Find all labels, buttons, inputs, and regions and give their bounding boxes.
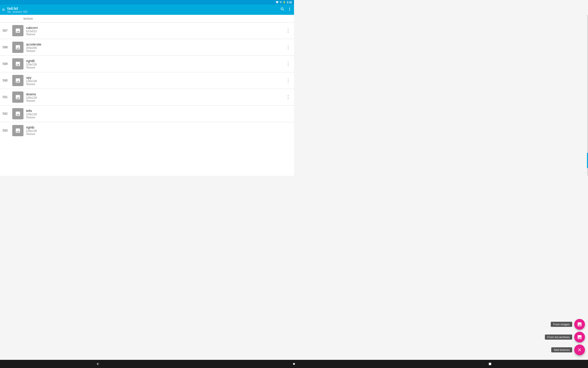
row-info: cabcorn 512x512 Texture bbox=[26, 26, 285, 36]
texture-name: cabcorn bbox=[26, 26, 285, 30]
texture-type: Texture bbox=[26, 132, 285, 135]
texture-dims: 128x128 bbox=[26, 79, 285, 83]
row-info: rightB 128x128 Texture bbox=[26, 59, 285, 69]
texture-type: Texture bbox=[26, 33, 285, 36]
texture-thumbnail bbox=[12, 91, 23, 103]
texture-type: Texture bbox=[26, 66, 285, 69]
app-bar: ≡ txd.txt SA , textures: 593 bbox=[0, 5, 294, 15]
status-bar: 🔋 5:32 bbox=[0, 0, 294, 5]
more-icon[interactable] bbox=[287, 7, 292, 13]
app-subtitle: SA , textures: 593 bbox=[7, 10, 280, 13]
row-more-icon[interactable]: ⋮ bbox=[285, 60, 291, 68]
texture-name: downa bbox=[26, 92, 285, 96]
row-info: accelerate 256x256 Texture bbox=[26, 42, 285, 52]
row-index: 589 bbox=[3, 62, 10, 66]
texture-thumbnail bbox=[12, 25, 23, 36]
title-block: txd.txt SA , textures: 593 bbox=[7, 6, 280, 13]
row-index: 593 bbox=[3, 129, 10, 132]
row-index: 588 bbox=[3, 45, 10, 49]
texture-type: Texture bbox=[26, 116, 285, 119]
texture-dims: 128x128 bbox=[26, 63, 285, 66]
row-info: upy 128x128 Texture bbox=[26, 76, 285, 86]
battery-icon: 🔋 bbox=[283, 1, 286, 4]
table-row: 593 rightb 128x128 Texture ⋮ bbox=[0, 122, 294, 139]
texture-thumbnail bbox=[12, 75, 23, 86]
search-icon[interactable] bbox=[280, 7, 285, 13]
menu-icon[interactable]: ≡ bbox=[2, 7, 5, 13]
texture-name: leftx bbox=[26, 109, 285, 113]
row-index: 590 bbox=[3, 79, 10, 82]
table-row: 591 downa 128x128 Texture ⋮ bbox=[0, 89, 294, 106]
row-info: leftx 128x128 Texture bbox=[26, 109, 285, 119]
table-row: 587 cabcorn 512x512 Texture ⋮ bbox=[0, 22, 294, 39]
texture-thumbnail bbox=[12, 108, 23, 119]
texture-thumbnail bbox=[12, 42, 23, 53]
row-more-icon[interactable]: ⋮ bbox=[285, 77, 291, 84]
row-more-icon[interactable]: ⋮ bbox=[285, 43, 291, 51]
row-more-icon[interactable]: ⋮ bbox=[285, 93, 291, 101]
texture-name: accelerate bbox=[26, 42, 285, 46]
row-info: downa 128x128 Texture bbox=[26, 92, 285, 102]
app-title: txd.txt bbox=[7, 6, 280, 10]
texture-dims: 256x256 bbox=[26, 46, 285, 49]
texture-dims: 512x512 bbox=[26, 30, 285, 33]
texture-thumbnail bbox=[12, 58, 23, 70]
texture-thumbnail bbox=[12, 125, 23, 136]
table-row: 588 accelerate 256x256 Texture ⋮ bbox=[0, 39, 294, 56]
table-row: 589 rightB 128x128 Texture ⋮ bbox=[0, 56, 294, 72]
texture-name: rightB bbox=[26, 59, 285, 63]
texture-dims: 128x128 bbox=[26, 113, 285, 116]
partial-text: texture bbox=[23, 17, 33, 20]
bar-actions bbox=[280, 7, 292, 13]
texture-dims: 128x128 bbox=[26, 129, 285, 132]
row-index: 592 bbox=[3, 112, 10, 116]
texture-type: Texture bbox=[26, 99, 285, 102]
row-info: rightb 128x128 Texture bbox=[26, 125, 285, 135]
table-row: 590 upy 128x128 Texture ⋮ bbox=[0, 72, 294, 89]
texture-type: Texture bbox=[26, 83, 285, 86]
table-row: 592 leftx 128x128 Texture ⋮ bbox=[0, 106, 294, 122]
texture-type: Texture bbox=[26, 49, 285, 52]
row-index: 587 bbox=[3, 29, 10, 32]
row-more-icon[interactable]: ⋮ bbox=[285, 27, 291, 34]
texture-name: upy bbox=[26, 76, 285, 79]
status-icons: 🔋 5:32 bbox=[276, 1, 292, 4]
texture-name: rightb bbox=[26, 125, 285, 129]
texture-list: texture 587 cabcorn 512x512 Texture ⋮ 58… bbox=[0, 15, 294, 176]
texture-dims: 128x128 bbox=[26, 96, 285, 99]
time-display: 5:32 bbox=[287, 1, 292, 4]
partial-row: texture bbox=[0, 15, 294, 22]
row-index: 591 bbox=[3, 95, 10, 99]
